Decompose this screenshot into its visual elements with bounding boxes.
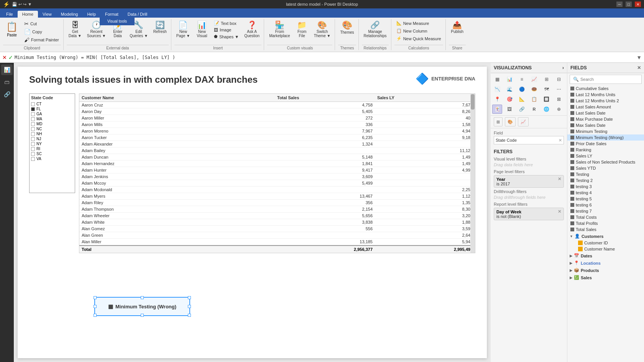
resize-handle-tl[interactable]: [94, 296, 97, 299]
slicer-check-nj[interactable]: [31, 137, 35, 141]
field-group-dates[interactable]: ▶ 📅 Dates: [567, 252, 644, 259]
filter-dow-remove[interactable]: ✕: [558, 209, 561, 214]
field-item[interactable]: testing 6: [567, 202, 644, 208]
field-item[interactable]: Last Sales Amount: [567, 104, 644, 110]
viz-line[interactable]: 📉: [492, 85, 502, 94]
filter-day-of-week[interactable]: Day of Week ✕ is not (Blank): [494, 208, 564, 220]
new-visual-button[interactable]: 📊 NewVisual: [194, 20, 210, 39]
fields-search-box[interactable]: 🔍: [570, 75, 642, 84]
slicer-item[interactable]: NC: [31, 126, 73, 131]
formula-input[interactable]: [15, 55, 635, 60]
resize-handle-br[interactable]: [188, 314, 191, 317]
new-quick-measure-button[interactable]: ⚡New Quick Measure: [394, 35, 443, 42]
slicer-check-ct[interactable]: [31, 102, 35, 106]
viz-scatter[interactable]: 🎯: [504, 95, 514, 104]
field-item[interactable]: Last Sales Date: [567, 110, 644, 116]
viz-waterfall[interactable]: 📍: [492, 95, 502, 104]
viz-analytics-button[interactable]: 📈: [518, 117, 529, 126]
field-group-customers[interactable]: ▼ 👤 Customers: [567, 233, 644, 240]
ask-question-button[interactable]: ❓ Ask AQuestion: [242, 20, 261, 39]
tab-help[interactable]: Help: [82, 11, 100, 18]
viz-gauge[interactable]: R: [529, 105, 539, 114]
field-item[interactable]: Total Costs: [567, 214, 644, 220]
viz-stacked-col[interactable]: 📈: [529, 75, 539, 84]
resize-handle-bl[interactable]: [94, 314, 97, 317]
new-measure-button[interactable]: 📐New Measure: [394, 20, 443, 26]
field-item[interactable]: testing 7: [567, 208, 644, 214]
viz-clustered-bar[interactable]: 📊: [504, 75, 514, 84]
viz-stacked-area[interactable]: 🔵: [517, 85, 527, 94]
minimize-button[interactable]: ─: [616, 2, 623, 7]
viz-matrix[interactable]: ⊕: [554, 105, 564, 114]
viz-format-button[interactable]: 🎨: [505, 117, 516, 126]
selected-visual[interactable]: ▦ Minimum Testing (Wrong): [94, 297, 190, 316]
viz-multi-row-card[interactable]: 🖼: [504, 105, 514, 114]
slicer-check-fl[interactable]: [31, 107, 35, 111]
viz-donut[interactable]: 📋: [529, 95, 539, 104]
text-box-button[interactable]: 📝Text box: [212, 20, 241, 26]
field-item[interactable]: testing 3: [567, 183, 644, 190]
viz-stacked-bar[interactable]: ▦: [492, 75, 502, 84]
slicer-check-va[interactable]: [31, 157, 35, 161]
slicer-check-ga[interactable]: [31, 112, 35, 116]
viz-treemap[interactable]: 🔲: [542, 95, 552, 104]
field-item[interactable]: Minimum Testing: [567, 128, 644, 134]
field-item[interactable]: Customer Name: [567, 246, 644, 252]
field-item[interactable]: Testing: [567, 171, 644, 177]
resize-handle-lm[interactable]: [94, 305, 97, 308]
resize-handle-tm[interactable]: [141, 296, 144, 299]
refresh-button[interactable]: 🔄 Refresh: [151, 20, 169, 35]
slicer-check-nh[interactable]: [31, 132, 35, 136]
resize-handle-tr[interactable]: [188, 296, 191, 299]
slicer-item[interactable]: CT: [31, 102, 73, 106]
shapes-button[interactable]: ⬟Shapes ▼: [212, 33, 241, 40]
field-group-sales[interactable]: ▶ 💹 Sales: [567, 274, 644, 281]
field-input[interactable]: State Code ✕: [494, 136, 564, 144]
tab-modeling[interactable]: Modeling: [56, 11, 83, 18]
resize-handle-bm[interactable]: [141, 314, 144, 317]
cut-button[interactable]: ✂Cut: [22, 20, 61, 28]
resize-handle-rm[interactable]: [188, 305, 191, 308]
slicer-item[interactable]: RI: [31, 146, 73, 151]
scroll-thumb[interactable]: [471, 94, 475, 110]
from-marketplace-button[interactable]: 🏪 FromMarketplace: [267, 20, 292, 39]
table-scrollbar[interactable]: [470, 94, 475, 253]
field-item[interactable]: Testing 2: [567, 177, 644, 183]
field-item[interactable]: Prior Date Sales: [567, 141, 644, 147]
close-button[interactable]: ✕: [635, 2, 641, 7]
field-item[interactable]: Cumulative Sales: [567, 85, 644, 92]
slicer-item[interactable]: FL: [31, 106, 73, 111]
field-item[interactable]: Max Purchase Date: [567, 116, 644, 122]
viz-clustered-col[interactable]: ⊞: [542, 75, 552, 84]
slicer-item[interactable]: GA: [31, 111, 73, 116]
field-group-locations[interactable]: ▶ 📍 Locations: [567, 259, 644, 267]
field-group-products[interactable]: ▶ 📦 Products: [567, 267, 644, 274]
themes-button[interactable]: 🎨 Themes: [338, 20, 356, 36]
slicer-check-sc[interactable]: [31, 152, 35, 156]
copy-button[interactable]: 📄Copy: [22, 28, 61, 36]
format-painter-button[interactable]: 🖌Format Painter: [22, 36, 61, 44]
slicer-check-nc[interactable]: [31, 127, 35, 131]
get-data-button[interactable]: 🗄 GetData ▼: [67, 20, 84, 39]
slicer-item[interactable]: VA: [31, 156, 73, 161]
fields-search-input[interactable]: [580, 77, 638, 82]
field-item[interactable]: testing 5: [567, 196, 644, 202]
slicer-item[interactable]: SC: [31, 151, 73, 156]
field-item[interactable]: Sales of Non Selected Products: [567, 159, 644, 165]
image-button[interactable]: 🖼Image: [212, 27, 241, 33]
field-remove-icon[interactable]: ✕: [559, 138, 562, 143]
tab-view[interactable]: View: [38, 11, 56, 18]
fields-close-icon[interactable]: ✕: [637, 65, 641, 70]
field-item[interactable]: Ranking: [567, 147, 644, 153]
manage-relationships-button[interactable]: 🔗 ManageRelationships: [362, 20, 389, 39]
field-item[interactable]: Total Sales: [567, 226, 644, 233]
quick-access[interactable]: 💾 ↩ ↪ ▼: [12, 2, 32, 7]
field-item[interactable]: testing 4: [567, 190, 644, 196]
sidebar-report-icon[interactable]: 📊: [1, 64, 13, 75]
field-item[interactable]: Sales YTD: [567, 165, 644, 171]
sidebar-data-icon[interactable]: 🗃: [1, 77, 13, 87]
viz-kpi[interactable]: 🔗: [517, 105, 527, 114]
filter-year-remove[interactable]: ✕: [558, 177, 561, 182]
field-item[interactable]: Minimum Testing (Wrong): [567, 134, 644, 141]
viz-area[interactable]: 🌊: [504, 85, 514, 94]
